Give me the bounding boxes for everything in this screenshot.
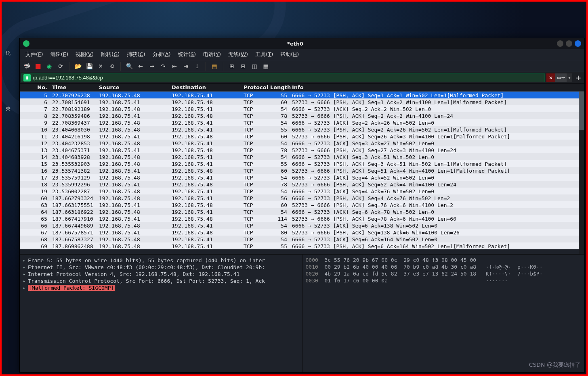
tree-item[interactable]: ▸Ethernet II, Src: VMware_c0:48:f3 (00:0… [23, 264, 299, 271]
packet-row[interactable]: 1923.536002287192.168.75.48192.168.75.41… [20, 188, 584, 194]
reload-button[interactable]: ⟲ [107, 62, 116, 71]
packet-row[interactable]: 68187.667587327192.168.75.48192.168.75.4… [20, 236, 584, 242]
menu-帮助(H)[interactable]: 帮助(H) [277, 49, 302, 60]
packet-row[interactable]: 922.708369437192.168.75.48192.168.75.41T… [20, 119, 584, 126]
packet-list-pane[interactable]: No. Time Source Destination Protocol Len… [20, 84, 584, 255]
apply-filter-button[interactable]: ▭→ [555, 73, 567, 82]
tree-item[interactable]: ▸Transmission Control Protocol, Src Port… [23, 278, 299, 284]
open-button[interactable]: 📂 [74, 62, 82, 71]
jump-button[interactable]: ↷ [159, 62, 168, 71]
zoom-in-button[interactable]: ⊞ [227, 62, 236, 71]
hex-row[interactable]: 0030 01 f6 17 c6 00 00 0a ······· [306, 278, 582, 284]
clear-filter-button[interactable]: ✕ [546, 73, 555, 82]
resize-columns-button[interactable]: ▦ [261, 62, 270, 71]
menu-无线(W)[interactable]: 无线(W) [225, 49, 251, 60]
expand-icon[interactable]: ▸ [23, 279, 25, 283]
restart-capture-button[interactable]: ⟳ [56, 62, 65, 71]
stop-capture-button[interactable]: ■ [34, 62, 42, 71]
tree-item[interactable]: ▸[Malformed Packet: SIGCOMP] [23, 284, 299, 291]
packet-row[interactable]: 1623.535741382192.168.75.41192.168.75.48… [20, 167, 584, 174]
close-file-button[interactable]: ✕ [96, 62, 105, 71]
display-filter-box: ▮ [21, 73, 545, 82]
menu-工具(T)[interactable]: 工具(T) [252, 49, 276, 60]
packet-row[interactable]: 1723.535759129192.168.75.48192.168.75.41… [20, 174, 584, 181]
bookmark-filter-icon[interactable]: ▮ [23, 74, 31, 81]
bottom-panes: ▸Frame 5: 55 bytes on wire (440 bits), 5… [20, 255, 584, 372]
zoom-reset-button[interactable]: ◫ [250, 62, 259, 71]
packet-list-scrollbar[interactable] [579, 92, 584, 254]
expand-icon[interactable]: ▸ [23, 258, 25, 263]
packet-row[interactable]: 1423.404683928192.168.75.48192.168.75.41… [20, 153, 584, 160]
packet-row[interactable]: 1323.404675371192.168.75.41192.168.75.48… [20, 146, 584, 153]
menu-捕获(C)[interactable]: 捕获(C) [124, 49, 148, 60]
maximize-button[interactable] [566, 40, 572, 47]
packet-row[interactable]: 622.708154691192.168.75.41192.168.75.48T… [20, 98, 584, 105]
menubar: 文件(F)编辑(E)视图(V)跳转(G)捕获(C)分析(A)统计(S)电话(Y)… [20, 49, 584, 60]
autoscroll-button[interactable]: ⤓ [193, 62, 202, 71]
menu-电话(Y)[interactable]: 电话(Y) [200, 49, 224, 60]
desktop-text-deco: 统 央 [3, 50, 13, 112]
packet-row[interactable]: 1123.404216198192.168.75.41192.168.75.48… [20, 133, 584, 140]
next-button[interactable]: → [147, 62, 156, 71]
hex-row[interactable]: 0000 3c 55 76 20 9b 67 00 0c 29 c0 48 f3… [306, 257, 582, 264]
packet-row[interactable]: 63187.663175551192.168.75.41192.168.75.4… [20, 201, 584, 208]
find-button[interactable]: 🔍 [125, 62, 134, 71]
expand-icon[interactable]: ▸ [23, 265, 25, 269]
close-button[interactable] [575, 40, 581, 47]
save-button[interactable]: 💾 [85, 62, 94, 71]
watermark-text: CSDN @我要疯掉了 [529, 361, 581, 369]
packet-row[interactable]: 1223.404232853192.168.75.48192.168.75.41… [20, 140, 584, 146]
display-filter-input[interactable] [32, 75, 544, 81]
packet-row[interactable]: 822.708359486192.168.75.41192.168.75.48T… [20, 112, 584, 119]
packet-details-pane[interactable]: ▸Frame 5: 55 bytes on wire (440 bits), 5… [20, 255, 302, 372]
packet-row[interactable]: 65187.667417910192.168.75.41192.168.75.4… [20, 215, 584, 222]
packet-row[interactable]: 60187.662793324192.168.75.48192.168.75.4… [20, 194, 584, 201]
packet-row[interactable]: 522.707926238192.168.75.48192.168.75.41T… [20, 92, 584, 98]
packet-row[interactable]: 67187.667578571192.168.75.41192.168.75.4… [20, 229, 584, 236]
menu-视图(V)[interactable]: 视图(V) [72, 49, 97, 60]
window-title: *eth0 [34, 41, 557, 47]
tree-item[interactable]: ▸Internet Protocol Version 4, Src: 192.1… [23, 271, 299, 278]
packet-row[interactable]: 722.708192189192.168.75.48192.168.75.41T… [20, 105, 584, 112]
wireshark-fin-icon [23, 40, 29, 47]
menu-文件(F)[interactable]: 文件(F) [22, 49, 46, 60]
titlebar[interactable]: *eth0 [20, 38, 584, 49]
packet-row[interactable]: 1023.404068030192.168.75.48192.168.75.41… [20, 126, 584, 133]
prev-button[interactable]: ← [136, 62, 145, 71]
last-button[interactable]: ⇥ [181, 62, 190, 71]
packet-row[interactable]: 64187.663186922192.168.75.48192.168.75.4… [20, 208, 584, 215]
expand-icon[interactable]: ▸ [23, 272, 25, 276]
filter-history-dropdown[interactable]: ▾ [567, 73, 572, 82]
add-filter-button[interactable]: + [574, 73, 583, 82]
packet-row[interactable]: 66187.667449689192.168.75.48192.168.75.4… [20, 222, 584, 229]
first-button[interactable]: ⇤ [170, 62, 179, 71]
packet-row[interactable]: 1523.535532903192.168.75.48192.168.75.41… [20, 160, 584, 167]
menu-跳转(G)[interactable]: 跳转(G) [98, 49, 123, 60]
packet-row[interactable]: 1823.535992296192.168.75.41192.168.75.48… [20, 181, 584, 188]
zoom-out-button[interactable]: ⊟ [239, 62, 248, 71]
colorize-button[interactable]: ▤ [210, 62, 219, 71]
expand-icon[interactable]: ▸ [23, 286, 25, 290]
start-capture-button[interactable]: ◉ [45, 62, 54, 71]
wireshark-window: *eth0 文件(F)编辑(E)视图(V)跳转(G)捕获(C)分析(A)统计(S… [19, 38, 585, 373]
menu-分析(A)[interactable]: 分析(A) [149, 49, 174, 60]
menu-统计(S)[interactable]: 统计(S) [175, 49, 199, 60]
tree-item[interactable]: ▸Frame 5: 55 bytes on wire (440 bits), 5… [23, 257, 299, 264]
packet-list-header[interactable]: No. Time Source Destination Protocol Len… [20, 84, 584, 92]
display-filter-bar: ▮ ✕ ▭→ ▾ + [20, 72, 584, 84]
toolbar: 🦈 ■ ◉ ⟳ 📂 💾 ✕ ⟲ 🔍 ← → ↷ ⇤ ⇥ ⤓ ▤ ⊞ ⊟ ◫ ▦ [20, 60, 584, 72]
packet-bytes-pane[interactable]: 0000 3c 55 76 20 9b 67 00 0c 29 c0 48 f3… [302, 255, 585, 372]
fin-icon[interactable]: 🦈 [22, 62, 31, 71]
minimize-button[interactable] [557, 40, 563, 47]
hex-row[interactable]: 0020 4b 29 1a 0a cd fd 5c 82 37 e3 e7 13… [306, 271, 582, 278]
hex-row[interactable]: 0010 00 29 b2 6b 40 00 40 06 70 b9 c0 a8… [306, 264, 582, 271]
menu-编辑(E)[interactable]: 编辑(E) [47, 49, 71, 60]
packet-row[interactable]: 69187.869862488192.168.75.48192.168.75.4… [20, 242, 584, 249]
